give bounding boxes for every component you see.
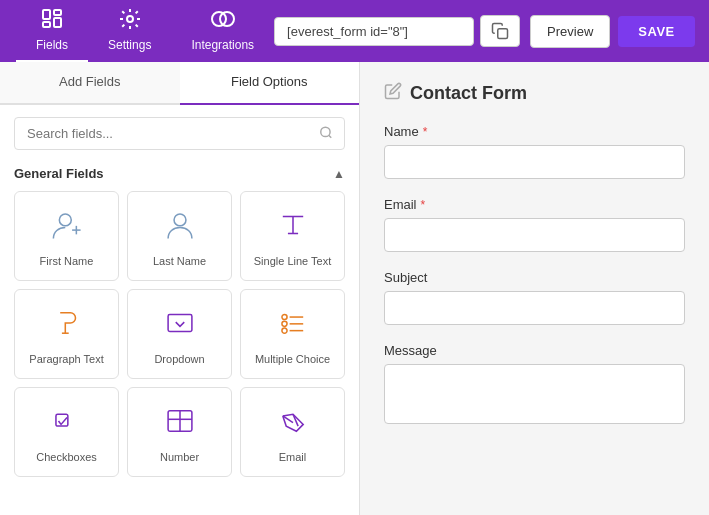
form-title-row: Contact Form xyxy=(384,82,685,104)
form-label-email: Email * xyxy=(384,197,685,212)
fields-grid: First Name Last Name xyxy=(0,191,359,477)
integrations-icon xyxy=(210,7,236,34)
paragraph-text-icon xyxy=(50,306,84,345)
nav-integrations-label: Integrations xyxy=(191,38,254,52)
field-card-number[interactable]: Number xyxy=(127,387,232,477)
svg-rect-7 xyxy=(498,29,508,39)
svg-rect-1 xyxy=(54,10,61,15)
general-fields-section-header: General Fields ▲ xyxy=(0,162,359,191)
preview-button[interactable]: Preview xyxy=(530,15,610,48)
chevron-up-icon[interactable]: ▲ xyxy=(333,167,345,181)
shortcode-display: [everest_form id="8"] xyxy=(274,17,474,46)
form-label-name: Name * xyxy=(384,124,685,139)
form-textarea-message[interactable] xyxy=(384,364,685,424)
svg-point-8 xyxy=(321,127,330,136)
svg-rect-3 xyxy=(43,22,50,27)
field-card-first-name[interactable]: First Name xyxy=(14,191,119,281)
form-input-name[interactable] xyxy=(384,145,685,179)
required-star-name: * xyxy=(423,125,428,139)
svg-line-9 xyxy=(329,135,332,138)
right-panel: Contact Form Name * Email * Subject xyxy=(360,62,709,515)
nav-item-fields[interactable]: Fields xyxy=(16,0,88,63)
pencil-icon xyxy=(384,82,402,104)
required-star-email: * xyxy=(421,198,426,212)
svg-point-4 xyxy=(127,16,133,22)
svg-rect-2 xyxy=(54,18,61,27)
field-card-paragraph-text-label: Paragraph Text xyxy=(29,353,103,365)
field-card-paragraph-text[interactable]: Paragraph Text xyxy=(14,289,119,379)
main-layout: Add Fields Field Options General Fields … xyxy=(0,62,709,515)
field-card-single-line-text[interactable]: Single Line Text xyxy=(240,191,345,281)
svg-rect-18 xyxy=(168,315,192,332)
multiple-choice-icon xyxy=(276,306,310,345)
nav-fields-label: Fields xyxy=(36,38,68,52)
svg-point-21 xyxy=(281,321,286,326)
field-card-multiple-choice[interactable]: Multiple Choice xyxy=(240,289,345,379)
field-card-dropdown[interactable]: Dropdown xyxy=(127,289,232,379)
field-card-dropdown-label: Dropdown xyxy=(154,353,204,365)
first-name-icon xyxy=(50,208,84,247)
field-card-first-name-label: First Name xyxy=(40,255,94,267)
field-card-checkboxes-label: Checkboxes xyxy=(36,451,97,463)
search-icon xyxy=(319,125,333,142)
save-button[interactable]: SAVE xyxy=(618,16,694,47)
form-field-name: Name * xyxy=(384,124,685,179)
form-input-email[interactable] xyxy=(384,218,685,252)
field-card-multiple-choice-label: Multiple Choice xyxy=(255,353,330,365)
number-icon xyxy=(163,404,197,443)
fields-icon xyxy=(40,7,64,34)
form-label-message: Message xyxy=(384,343,685,358)
top-nav: Fields Settings Integrations [everest_fo… xyxy=(0,0,709,62)
tab-field-options[interactable]: Field Options xyxy=(180,62,360,105)
form-label-subject: Subject xyxy=(384,270,685,285)
left-panel: Add Fields Field Options General Fields … xyxy=(0,62,360,515)
dropdown-icon xyxy=(163,306,197,345)
form-input-subject[interactable] xyxy=(384,291,685,325)
field-card-number-label: Number xyxy=(160,451,199,463)
nav-settings-label: Settings xyxy=(108,38,151,52)
field-card-email-label: Email xyxy=(279,451,307,463)
form-field-message: Message xyxy=(384,343,685,428)
field-card-last-name[interactable]: Last Name xyxy=(127,191,232,281)
search-bar-container xyxy=(0,105,359,162)
svg-point-23 xyxy=(281,328,286,333)
tab-add-fields[interactable]: Add Fields xyxy=(0,62,180,103)
checkboxes-icon xyxy=(50,404,84,443)
last-name-icon xyxy=(163,208,197,247)
field-card-checkboxes[interactable]: Checkboxes xyxy=(14,387,119,477)
form-field-subject: Subject xyxy=(384,270,685,325)
svg-point-19 xyxy=(281,315,286,320)
section-label: General Fields xyxy=(14,166,104,181)
panel-tabs: Add Fields Field Options xyxy=(0,62,359,105)
svg-rect-0 xyxy=(43,10,50,19)
search-input[interactable] xyxy=(14,117,345,150)
nav-item-integrations[interactable]: Integrations xyxy=(171,0,274,63)
form-field-email: Email * xyxy=(384,197,685,252)
email-icon xyxy=(276,404,310,443)
field-card-email[interactable]: Email xyxy=(240,387,345,477)
nav-item-settings[interactable]: Settings xyxy=(88,0,171,63)
form-title: Contact Form xyxy=(410,83,527,104)
svg-point-13 xyxy=(174,214,186,226)
field-card-single-line-text-label: Single Line Text xyxy=(254,255,331,267)
single-line-text-icon xyxy=(276,208,310,247)
settings-icon xyxy=(118,7,142,34)
svg-point-10 xyxy=(59,214,71,226)
copy-shortcode-button[interactable] xyxy=(480,15,520,47)
field-card-last-name-label: Last Name xyxy=(153,255,206,267)
